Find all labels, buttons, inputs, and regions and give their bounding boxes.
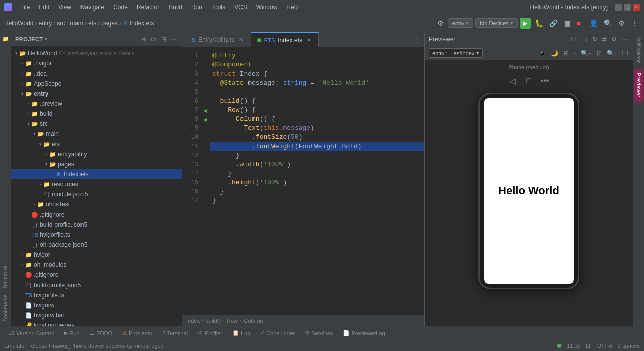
time-display[interactable]: 11:39 <box>567 343 581 349</box>
breadcrumb-pages[interactable]: pages <box>101 20 118 27</box>
settings-button[interactable]: ⚙ <box>610 35 618 43</box>
notifications-tab[interactable]: Notifications <box>635 34 642 65</box>
indent-selector[interactable]: 2 spaces <box>618 343 640 349</box>
new-folder-button[interactable]: 🗂 <box>149 35 158 43</box>
tree-item-preview[interactable]: › 📁 .preview <box>11 99 182 109</box>
more-options-button[interactable]: ••• <box>539 75 551 87</box>
tree-item-index-ets[interactable]: 🗎 Index.ets <box>11 169 182 179</box>
refresh-button[interactable]: ↻ <box>591 35 599 43</box>
tab-close-button[interactable]: ✕ <box>305 37 312 44</box>
tree-item-gitignore-entry[interactable]: 🔴 .gitignore <box>11 209 182 220</box>
layout-button[interactable]: ⊞ <box>562 49 570 57</box>
bottom-tab-todo[interactable]: ☰ TODO <box>86 328 116 338</box>
menu-edit[interactable]: Edit <box>35 3 53 12</box>
breadcrumb-column[interactable]: Column <box>244 318 263 324</box>
breadcrumb-helloworld[interactable]: HelloWorld <box>4 20 33 27</box>
menu-build[interactable]: Build <box>165 3 186 12</box>
entry-selector[interactable]: entry ▾ <box>448 18 473 28</box>
breadcrumb-row[interactable]: Row <box>227 318 238 324</box>
bottom-tab-problems[interactable]: ⚠ Problems <box>118 328 156 338</box>
bottom-tab-version-control[interactable]: ⎇ Version Control <box>4 328 58 338</box>
tree-item-src[interactable]: ▾ 📂 src <box>11 119 182 129</box>
breadcrumb-ets[interactable]: ets <box>88 20 96 27</box>
breadcrumb-build[interactable]: build() <box>206 318 221 324</box>
tree-item-pages[interactable]: ▾ 📂 pages <box>11 159 182 169</box>
menu-help[interactable]: Help <box>282 3 303 12</box>
new-file-button[interactable]: ⊕ <box>140 35 148 43</box>
sidebar-dropdown-icon[interactable]: ▾ <box>45 36 47 42</box>
tab-entry-ability[interactable]: TS EntryAbility.ts ✕ <box>182 32 251 47</box>
more-button[interactable]: ⋮ <box>629 18 640 28</box>
gear-button[interactable]: ⚙ <box>616 18 627 28</box>
code-content[interactable]: @Entry @Component struct Index { @State … <box>210 47 424 315</box>
settings-button[interactable]: ⚙ <box>435 18 446 28</box>
bottom-tab-code-linter[interactable]: ✓ Code Linter <box>256 328 299 338</box>
tree-item-hvigor-dot[interactable]: › 📁 .hvigor <box>11 58 182 68</box>
zoom-reset-button[interactable]: ⊡ <box>595 49 603 57</box>
coverage-button[interactable]: ▦ <box>562 18 573 28</box>
tree-item-appscope[interactable]: › 📁 AppScope <box>11 79 182 89</box>
chevron-button[interactable]: › <box>572 49 577 57</box>
tree-item-ohostest[interactable]: › 📁 ohosTest <box>11 199 182 209</box>
more-button[interactable]: ⋯ <box>620 35 629 43</box>
tree-item-hvigorw[interactable]: 📄 hvigorw <box>11 300 182 310</box>
breadcrumb-file[interactable]: Index.ets <box>130 20 154 27</box>
tree-item-helloworld[interactable]: ▾ 📂 HelloWorld C:\Users\amy\projects\Hel… <box>11 48 182 58</box>
text-size-button[interactable]: T↑ <box>568 35 578 43</box>
tree-item-oh-package-entry[interactable]: { } oh-package.json5 <box>11 240 182 250</box>
breadcrumb-entry[interactable]: entry <box>38 20 52 27</box>
tree-item-build-profile-root[interactable]: { } build-profile.json5 <box>11 280 182 290</box>
profile-button[interactable]: 👤 <box>587 18 600 28</box>
menu-refactor[interactable]: Refactor <box>133 3 164 12</box>
collapse-all-button[interactable]: ⊟ <box>159 35 168 43</box>
menu-view[interactable]: View <box>54 3 75 12</box>
menu-window[interactable]: Window <box>252 3 282 12</box>
phone-toggle-button[interactable]: 📱 <box>537 49 547 57</box>
menu-navigate[interactable]: Navigate <box>76 3 108 12</box>
color-mode-button[interactable]: 🌙 <box>549 49 560 57</box>
home-button[interactable]: □ <box>523 75 535 87</box>
debug-button[interactable]: 🐛 <box>533 18 545 28</box>
zoom-in-button[interactable]: 🔍+ <box>605 49 619 57</box>
bottom-tab-profiler[interactable]: ⏱ Profiler <box>194 328 226 338</box>
bookmarks-label[interactable]: Bookmarks <box>3 292 8 324</box>
sync-button[interactable]: ⇄ <box>600 35 608 43</box>
tree-item-resources[interactable]: › 📁 resources <box>11 179 182 189</box>
bottom-tab-previewer-log[interactable]: 📄 PreviewerLog <box>339 328 389 338</box>
run-button[interactable]: ▶ <box>520 18 531 29</box>
tab-more-button[interactable]: ⋮ <box>411 36 424 44</box>
search-button[interactable]: 🔍 <box>602 18 614 28</box>
tree-item-gitignore-root[interactable]: 🔴 .gitignore <box>11 270 182 280</box>
tree-item-hvigorfile-root[interactable]: TS hvigorfile.ts <box>11 290 182 300</box>
attach-button[interactable]: 🔗 <box>547 18 560 28</box>
tree-item-entryability[interactable]: › 📁 entryability <box>11 149 182 159</box>
more-options-button[interactable]: ⋯ <box>169 35 178 43</box>
menu-run[interactable]: Run <box>187 3 206 12</box>
tab-index-ets[interactable]: ETS Index.ets ✕ <box>251 32 319 47</box>
stop-button[interactable]: ■ <box>575 18 583 28</box>
bottom-tab-run[interactable]: ▶ Run <box>60 328 84 338</box>
zoom-out-button[interactable]: 🔍− <box>579 49 593 57</box>
bottom-tab-services[interactable]: ⚙ Services <box>301 328 337 338</box>
back-button[interactable]: ◁ <box>507 75 519 87</box>
breadcrumb-src[interactable]: src <box>57 20 65 27</box>
tree-item-build[interactable]: › 📁 build <box>11 109 182 119</box>
maximize-button[interactable]: □ <box>624 4 631 11</box>
tree-item-hvigor[interactable]: › 📁 hvigor <box>11 250 182 260</box>
menu-file[interactable]: File <box>16 3 34 12</box>
bottom-tab-log[interactable]: 📋 Log <box>228 328 254 338</box>
tree-item-idea[interactable]: › 📁 .idea <box>11 68 182 79</box>
entry-path-selector[interactable]: entry : ...es/Index ▾ <box>429 48 483 58</box>
structure-label[interactable]: Structure <box>3 263 8 290</box>
line-ending-selector[interactable]: LF <box>586 343 592 349</box>
tree-item-build-profile-entry[interactable]: { } build-profile.json5 <box>11 220 182 230</box>
minimize-button[interactable]: ─ <box>615 4 622 11</box>
menu-code[interactable]: Code <box>109 3 132 12</box>
encoding-selector[interactable]: UTF-8 <box>597 343 613 349</box>
bottom-tab-terminal[interactable]: $ Terminal <box>158 328 192 338</box>
breadcrumb-main[interactable]: main <box>70 20 83 27</box>
menu-vcs[interactable]: VCS <box>230 3 251 12</box>
project-icon[interactable]: 📁 <box>1 34 10 43</box>
tree-item-ets[interactable]: ▾ 📂 ets <box>11 139 182 149</box>
tree-item-module-json5[interactable]: { } module.json5 <box>11 189 182 199</box>
